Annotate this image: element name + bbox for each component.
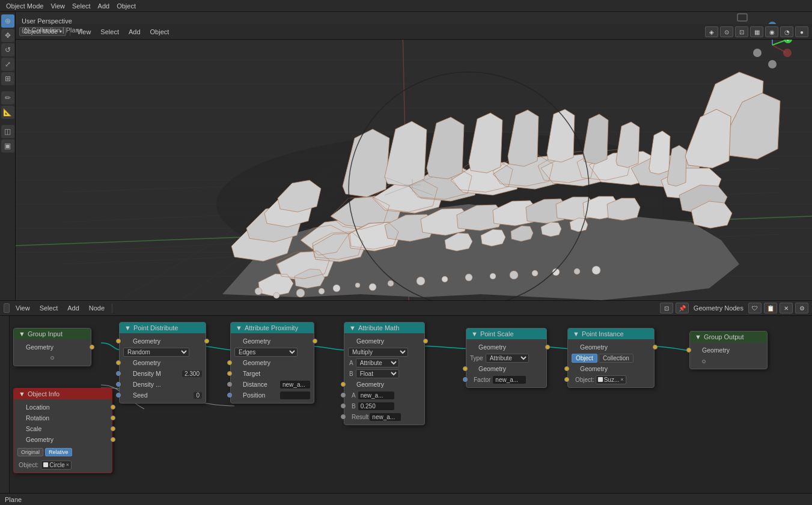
pd-mode-select[interactable]: Random Poisson Disk	[123, 348, 189, 357]
node-point-instance-collapse[interactable]: ▼	[573, 330, 579, 337]
top-object[interactable]: Object	[114, 2, 138, 10]
am-geom-in[interactable]	[341, 382, 346, 387]
cursor-tool[interactable]: ⊕	[1, 14, 14, 28]
ap-pos-in[interactable]	[227, 393, 232, 398]
node-menu-node[interactable]: Node	[85, 304, 108, 312]
scale-tool[interactable]: ⤢	[1, 58, 14, 71]
material-preview-btn[interactable]: ◔	[780, 26, 793, 37]
measure-tool[interactable]: 📐	[1, 106, 14, 119]
node-point-scale-collapse[interactable]: ▼	[471, 330, 478, 337]
ap-dist-value[interactable]	[280, 381, 310, 389]
rotate-tool[interactable]: ↺	[1, 43, 14, 56]
node-shield[interactable]: 🛡	[748, 303, 762, 313]
node-group-input-collapse[interactable]: ▼	[19, 330, 25, 337]
node-menu-select[interactable]: Select	[36, 304, 62, 312]
node-close[interactable]: ✕	[780, 303, 793, 313]
vp-menu-object[interactable]: Object	[147, 28, 172, 35]
scale-output-socket[interactable]	[111, 426, 115, 431]
relative-button[interactable]: Relative	[45, 448, 72, 456]
am-b-in[interactable]	[341, 404, 346, 408]
go-geom-in[interactable]	[686, 348, 691, 352]
node-attribute-math[interactable]: ▼ Attribute Math Geometry Multiply Add S…	[344, 322, 425, 425]
node-settings[interactable]: ⚙	[795, 303, 808, 313]
node-point-instance[interactable]: ▼ Point Instance Geometry Object Collect…	[567, 328, 655, 388]
am-b-type-select[interactable]: Float Attribute	[356, 369, 399, 378]
am-b-value[interactable]	[358, 402, 394, 410]
node-copy[interactable]: 📋	[764, 303, 777, 313]
node-editor[interactable]: View Select Add Node ⊡ 📌 Geometry Nodes …	[0, 300, 812, 493]
top-object-mode[interactable]: Object Mode	[4, 2, 46, 10]
ps-geom-in[interactable]	[463, 366, 468, 371]
overlay-btn[interactable]: ⊙	[720, 26, 733, 37]
pd-geom-in-socket[interactable]	[116, 339, 121, 343]
xray-btn[interactable]: ⊡	[735, 26, 748, 37]
node-menu-add[interactable]: Add	[64, 304, 83, 312]
pd-densm-socket[interactable]	[116, 371, 121, 376]
original-button[interactable]: Original	[17, 448, 43, 456]
top-add[interactable]: Add	[96, 2, 112, 10]
am-a-type-select[interactable]: Attribute Float	[356, 358, 399, 367]
node-editor-type[interactable]: ⊡	[660, 303, 673, 313]
rendered-btn[interactable]: ●	[795, 26, 808, 37]
node-menu-view[interactable]: View	[12, 304, 34, 312]
vp-menu-add[interactable]: Add	[126, 28, 144, 35]
pd-dens-socket[interactable]	[116, 382, 121, 387]
top-select[interactable]: Select	[70, 2, 93, 10]
node-toolbar-left-toggle[interactable]	[4, 303, 10, 313]
node-group-output-collapse[interactable]: ▼	[695, 333, 701, 340]
ap-geom-out[interactable]	[313, 339, 317, 343]
ap-dist-in[interactable]	[227, 382, 232, 387]
ap-target-in[interactable]	[227, 371, 232, 376]
node-object-info[interactable]: ▼ Object Info Location Rotation Scale Ge…	[13, 388, 112, 473]
pd-densm-value[interactable]: 2.300	[182, 370, 202, 377]
ps-type-select[interactable]: Attribute Float	[486, 354, 529, 363]
am-a-value[interactable]	[358, 392, 394, 399]
node-point-scale[interactable]: ▼ Point Scale Geometry Type Attribute Fl…	[466, 328, 547, 388]
vp-menu-select[interactable]: Select	[97, 28, 122, 35]
am-a-in[interactable]	[341, 393, 346, 398]
pd-seed-value[interactable]: 0	[194, 392, 202, 399]
am-op-select[interactable]: Multiply Add Subtract	[348, 348, 408, 357]
am-result-in[interactable]	[341, 414, 346, 419]
geometry-output-socket[interactable]	[90, 345, 94, 349]
extra-tool-2[interactable]: ▣	[1, 139, 14, 153]
node-attr-math-collapse[interactable]: ▼	[349, 324, 356, 331]
node-pin[interactable]: 📌	[676, 303, 689, 313]
node-attr-prox-collapse[interactable]: ▼	[236, 324, 242, 331]
obj-close-btn[interactable]: ×	[66, 462, 69, 468]
node-attribute-proximity[interactable]: ▼ Attribute Proximity Geometry Edges Poi…	[230, 322, 314, 404]
object-slot[interactable]: Circle ×	[41, 461, 72, 470]
node-object-info-collapse[interactable]: ▼	[19, 390, 25, 398]
location-output-socket[interactable]	[111, 405, 115, 410]
move-tool[interactable]: ✥	[1, 29, 14, 42]
solid-btn[interactable]: ◉	[765, 26, 778, 37]
pi-obj-slot[interactable]: Suz... ×	[596, 375, 626, 384]
ps-geom-out[interactable]	[545, 345, 550, 349]
pd-geom-out-socket[interactable]	[204, 339, 209, 343]
object-toggle-btn[interactable]: Object	[572, 354, 597, 363]
geo-output-socket[interactable]	[111, 437, 115, 442]
node-group-input[interactable]: ▼ Group Input Geometry	[13, 328, 91, 366]
ps-factor-in[interactable]	[463, 377, 468, 382]
viewport[interactable]: Z Y Object Mode ▾ View Select Add Object…	[0, 12, 812, 300]
nodes-canvas[interactable]: ▼ Group Input Geometry ▼ Object Info	[0, 316, 812, 493]
ap-pos-value[interactable]	[280, 392, 310, 399]
node-point-distribute[interactable]: ▼ Point Distribute Geometry Random Poiss…	[119, 322, 206, 404]
pi-geom-in[interactable]	[564, 366, 569, 371]
extra-tool-1[interactable]: ◫	[1, 125, 14, 138]
transform-tool[interactable]: ⊞	[1, 72, 14, 85]
collection-toggle-btn[interactable]: Collection	[599, 354, 633, 363]
pi-geom-out[interactable]	[653, 345, 658, 349]
annotate-tool[interactable]: ✏	[1, 91, 14, 104]
pi-obj-close[interactable]: ×	[620, 376, 623, 383]
pd-geom2-socket[interactable]	[116, 360, 121, 365]
am-result-value[interactable]	[370, 413, 401, 421]
node-point-distribute-collapse[interactable]: ▼	[124, 324, 131, 331]
ps-factor-value[interactable]	[493, 376, 526, 384]
rotation-output-socket[interactable]	[111, 416, 115, 420]
ap-geom-in[interactable]	[227, 360, 232, 365]
wireframe-btn[interactable]: ▦	[750, 26, 763, 37]
node-group-output[interactable]: ▼ Group Output Geometry	[689, 331, 768, 369]
ap-type-select[interactable]: Edges Points Faces	[234, 348, 298, 357]
pi-obj-socket[interactable]	[564, 377, 569, 382]
